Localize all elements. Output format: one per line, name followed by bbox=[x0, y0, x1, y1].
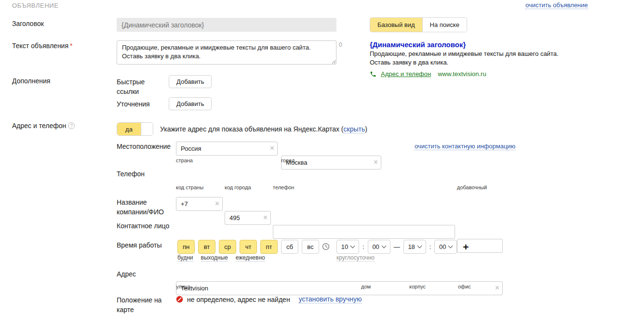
toggle-on-label: да bbox=[117, 123, 141, 135]
contact-person-label: Контактное лицо bbox=[117, 222, 169, 230]
phone-number-input[interactable] bbox=[273, 225, 455, 239]
tab-on-search[interactable]: На поиске bbox=[422, 18, 467, 32]
address-label: Адрес bbox=[117, 270, 136, 278]
add-callouts-button[interactable]: Добавить bbox=[169, 97, 212, 110]
required-asterisk: * bbox=[70, 42, 72, 50]
clock-icon bbox=[322, 243, 330, 250]
range-separator: — bbox=[394, 243, 400, 250]
day-button-mon[interactable]: пн bbox=[177, 240, 195, 254]
location-label: Местоположение bbox=[117, 143, 171, 150]
char-counter: 0 bbox=[339, 41, 342, 48]
city-code-caption: код города bbox=[225, 184, 251, 190]
set-manually-link[interactable]: установить вручную bbox=[299, 295, 362, 303]
ad-text-label: Текст объявления* bbox=[12, 42, 72, 50]
city-caption: город bbox=[281, 157, 295, 163]
chevron-down-icon bbox=[417, 244, 422, 249]
clear-city-code-icon[interactable]: × bbox=[263, 214, 268, 222]
chevron-down-icon bbox=[448, 244, 453, 249]
house-caption: дом bbox=[361, 284, 371, 289]
error-icon bbox=[176, 296, 183, 303]
preview-text-line2: Оставь заявку в два клика. bbox=[370, 58, 577, 67]
preview-title-link[interactable]: {Динамический заголовок} bbox=[370, 40, 577, 49]
country-input[interactable] bbox=[176, 142, 278, 156]
ad-edit-page: ОБЪЯВЛЕНИЕ очистить объявление Заголовок… bbox=[0, 0, 644, 314]
office-caption: офис bbox=[458, 284, 471, 289]
day-button-tue[interactable]: вт bbox=[198, 240, 215, 254]
preset-daily-link[interactable]: ежедневно bbox=[236, 254, 265, 262]
day-button-sat[interactable]: сб bbox=[281, 240, 298, 254]
sitelinks-label: Быстрые ссылки bbox=[117, 77, 155, 97]
from-min-select[interactable]: 00 bbox=[368, 240, 390, 254]
day-preset-links: будни выходные ежедневно bbox=[177, 254, 265, 262]
preview-tabs: Базовый вид На поиске bbox=[370, 17, 467, 32]
preview-contact-link[interactable]: Адрес и телефон bbox=[381, 70, 431, 78]
map-position-status: не определено, адрес не найден установит… bbox=[176, 295, 362, 303]
tab-basic-view[interactable]: Базовый вид bbox=[370, 18, 422, 32]
add-sitelinks-button[interactable]: Добавить bbox=[169, 75, 212, 88]
clear-company-icon[interactable]: × bbox=[495, 284, 499, 292]
company-name-label: Название компании/ФИО bbox=[117, 198, 174, 217]
company-name-input[interactable] bbox=[176, 281, 503, 295]
preset-weekend-link[interactable]: выходные bbox=[201, 254, 228, 262]
day-button-thu[interactable]: чт bbox=[240, 240, 257, 254]
clear-country-code-icon[interactable]: × bbox=[215, 200, 219, 208]
phone-label: Телефон bbox=[117, 170, 145, 178]
additions-label: Дополнения bbox=[12, 77, 50, 85]
street-caption: улица bbox=[176, 284, 190, 289]
page-title: ОБЪЯВЛЕНИЕ bbox=[12, 2, 59, 9]
hide-link[interactable]: скрыть bbox=[344, 125, 365, 133]
day-button-wed[interactable]: ср bbox=[219, 240, 236, 254]
map-position-label: Положение на карте bbox=[117, 296, 170, 314]
dynamic-title-input[interactable] bbox=[117, 18, 336, 32]
city-input[interactable] bbox=[281, 156, 381, 170]
preview-site-url: www.textvision.ru bbox=[438, 70, 486, 78]
day-buttons: пн вт ср чт пт сб вс bbox=[177, 240, 319, 254]
preset-weekdays-link[interactable]: будни bbox=[177, 254, 193, 262]
day-button-sun[interactable]: вс bbox=[302, 240, 319, 254]
clear-country-icon[interactable]: × bbox=[270, 144, 274, 152]
address-phone-label: Адрес и телефон? bbox=[12, 122, 75, 130]
add-work-interval-button[interactable]: + bbox=[463, 242, 469, 252]
address-hint: Укажите адрес для показа объявления на Я… bbox=[160, 125, 367, 133]
country-caption: страна bbox=[176, 157, 193, 163]
chevron-down-icon bbox=[381, 244, 386, 249]
day-button-fri[interactable]: пт bbox=[260, 240, 278, 254]
map-status-text: не определено, адрес не найден bbox=[187, 296, 290, 303]
clear-ad-link[interactable]: очистить объявление bbox=[525, 1, 588, 9]
to-min-select[interactable]: 00 bbox=[434, 240, 457, 254]
phone-number-caption: телефон bbox=[273, 184, 294, 190]
phone-ext-caption: добавочный bbox=[457, 184, 487, 190]
clear-contact-info-link[interactable]: очистить контактную информацию bbox=[415, 143, 515, 150]
phone-icon bbox=[370, 71, 376, 78]
time-separator: : bbox=[362, 243, 364, 250]
country-code-caption: код страны bbox=[176, 184, 203, 190]
to-hour-select[interactable]: 18 bbox=[403, 240, 426, 254]
ad-text-textarea[interactable]: Продающие, рекламные и имиджевые тексты … bbox=[117, 40, 336, 65]
callouts-label: Уточнения bbox=[117, 100, 150, 108]
preview-text-line1: Продающие, рекламные и имиджевые тексты … bbox=[370, 50, 577, 58]
work-time-label: Время работы bbox=[117, 241, 162, 249]
building-caption: корпус bbox=[409, 284, 426, 289]
toggle-knob bbox=[141, 123, 153, 135]
title-row-label: Заголовок bbox=[12, 20, 44, 27]
chevron-down-icon bbox=[350, 244, 355, 249]
time-separator: : bbox=[429, 243, 431, 250]
address-toggle[interactable]: да bbox=[117, 122, 153, 136]
round-clock-link[interactable]: круглосуточно bbox=[336, 254, 375, 262]
ad-preview: {Динамический заголовок} Продающие, рекл… bbox=[370, 40, 577, 78]
work-hours-controls: 10 : 00 — 18 : 00 + bbox=[336, 240, 469, 254]
from-hour-select[interactable]: 10 bbox=[336, 240, 359, 254]
clear-city-icon[interactable]: × bbox=[374, 158, 378, 166]
help-icon[interactable]: ? bbox=[68, 122, 75, 129]
